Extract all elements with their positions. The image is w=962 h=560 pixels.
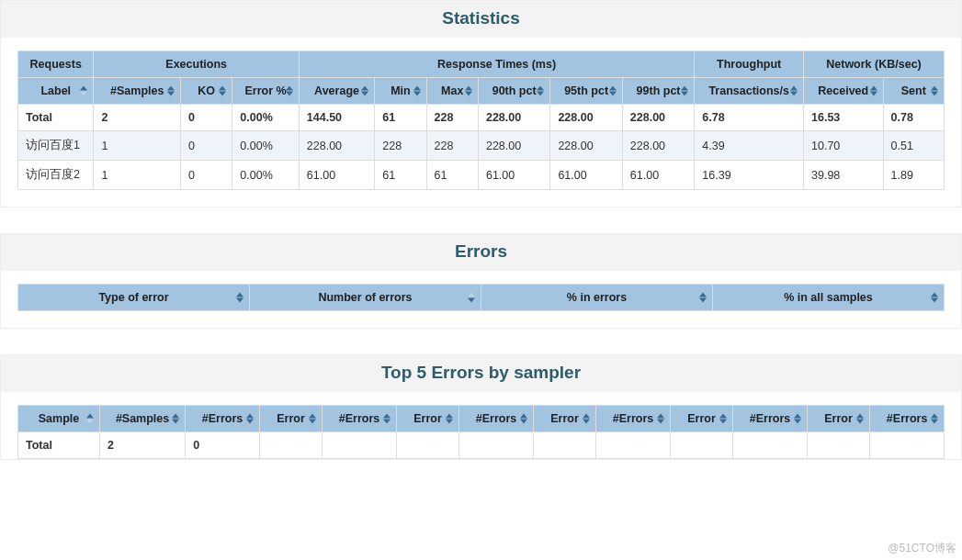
sort-icon (520, 414, 527, 424)
col-error1[interactable]: Error (259, 406, 322, 432)
cell-ko: 0 (181, 131, 232, 161)
col-sent[interactable]: Sent (883, 78, 945, 105)
col-tps[interactable]: Transactions/s (695, 78, 804, 105)
cell-e1 (259, 432, 322, 459)
top5-header: Top 5 Errors by sampler (1, 355, 961, 392)
cell-max: 61 (426, 161, 478, 190)
table-row: 访问百度2100.00%61.00616161.0061.0061.0016.3… (18, 161, 945, 190)
sort-icon (609, 86, 617, 96)
cell-received: 39.98 (804, 161, 884, 190)
sort-icon (699, 293, 707, 303)
cell-average: 228.00 (299, 131, 374, 161)
cell-ko: 0 (181, 161, 232, 190)
col-samples[interactable]: #Samples (94, 78, 181, 105)
cell-error_pct: 0.00% (232, 161, 299, 190)
sort-icon (794, 414, 801, 424)
cell-n5 (870, 432, 945, 459)
col-min[interactable]: Min (375, 78, 426, 105)
col-received[interactable]: Received (804, 78, 884, 105)
col-top5-errors[interactable]: #Errors (186, 406, 260, 432)
errors-header: Errors (1, 234, 961, 271)
statistics-table: Requests Executions Response Times (ms) … (17, 50, 945, 190)
cell-tps: 16.39 (695, 161, 804, 190)
sort-icon (657, 414, 664, 424)
sort-icon (413, 86, 421, 96)
cell-samples: 1 (94, 161, 181, 190)
col-error3[interactable]: Error (533, 406, 595, 432)
table-row: Total20 (18, 432, 945, 459)
col-error-number[interactable]: Number of errors (250, 285, 481, 311)
sort-icon (446, 414, 453, 424)
col-ko[interactable]: KO (181, 78, 232, 105)
cell-label: 访问百度1 (18, 131, 94, 161)
cell-label: 访问百度2 (18, 161, 94, 190)
cell-sample: Total (18, 432, 100, 459)
table-row: Total200.00%144.5061228228.00228.00228.0… (18, 105, 945, 131)
statistics-section: Statistics Requests Executions Response … (0, 0, 962, 207)
sort-icon (80, 86, 87, 96)
cell-pct95: 228.00 (550, 105, 622, 131)
sort-icon (309, 414, 316, 424)
cell-n4 (733, 432, 808, 459)
cell-sent: 1.89 (883, 161, 945, 190)
statistics-title: Statistics (1, 8, 961, 28)
cell-ko: 0 (181, 105, 232, 131)
col-95th[interactable]: 95th pct (550, 78, 622, 105)
col-nerrors1[interactable]: #Errors (323, 406, 397, 432)
cell-pct90: 228.00 (478, 131, 549, 161)
cell-samples: 1 (94, 131, 181, 161)
col-error-pct[interactable]: Error % (232, 78, 299, 105)
col-error4[interactable]: Error (670, 406, 732, 432)
sort-icon (870, 86, 877, 96)
sort-icon (719, 414, 727, 424)
errors-title: Errors (1, 241, 961, 262)
sort-icon (383, 414, 390, 424)
cell-pct99: 228.00 (622, 105, 694, 131)
cell-pct95: 228.00 (550, 131, 622, 161)
col-nerrors4[interactable]: #Errors (733, 406, 808, 432)
sort-icon (790, 86, 798, 96)
sort-icon (537, 86, 544, 96)
cell-pct99: 61.00 (622, 161, 694, 190)
col-nerrors5[interactable]: #Errors (870, 406, 945, 432)
cell-min: 61 (375, 161, 426, 190)
col-error2[interactable]: Error (396, 406, 458, 432)
sort-icon (931, 414, 938, 424)
sort-icon (361, 86, 368, 96)
cell-min: 228 (375, 131, 426, 161)
cell-pct95: 61.00 (550, 161, 622, 190)
cell-sent: 0.78 (883, 105, 945, 131)
col-error5[interactable]: Error (807, 406, 869, 432)
cell-error_pct: 0.00% (232, 105, 299, 131)
col-nerrors3[interactable]: #Errors (596, 406, 671, 432)
col-90th[interactable]: 90th pct (478, 78, 549, 105)
cell-received: 10.70 (804, 131, 884, 161)
col-pct-samples[interactable]: % in all samples (713, 285, 945, 311)
group-executions: Executions (94, 51, 299, 78)
sort-icon (465, 86, 472, 96)
cell-samples: 2 (100, 432, 186, 459)
col-label[interactable]: Label (18, 78, 94, 105)
col-average[interactable]: Average (299, 78, 374, 105)
group-header-row: Requests Executions Response Times (ms) … (18, 51, 945, 78)
group-throughput: Throughput (695, 51, 804, 78)
group-network: Network (KB/sec) (804, 51, 945, 78)
col-nerrors2[interactable]: #Errors (459, 406, 534, 432)
cell-e2 (396, 432, 458, 459)
col-99th[interactable]: 99th pct (622, 78, 694, 105)
sort-icon (286, 86, 293, 96)
col-pct-errors[interactable]: % in errors (481, 285, 713, 311)
top5-table: Sample #Samples #Errors Error #Errors Er… (17, 405, 945, 459)
sort-icon (219, 86, 226, 96)
col-top5-samples[interactable]: #Samples (100, 406, 186, 432)
sort-icon (931, 86, 938, 96)
cell-e3 (533, 432, 595, 459)
cell-pct90: 61.00 (478, 161, 549, 190)
cell-e4 (670, 432, 732, 459)
col-sample[interactable]: Sample (18, 406, 100, 432)
col-error-type[interactable]: Type of error (18, 285, 250, 311)
errors-section: Errors Type of error Number of errors % … (0, 233, 962, 329)
cell-min: 61 (375, 105, 426, 131)
errors-table: Type of error Number of errors % in erro… (17, 284, 945, 311)
col-max[interactable]: Max (426, 78, 478, 105)
